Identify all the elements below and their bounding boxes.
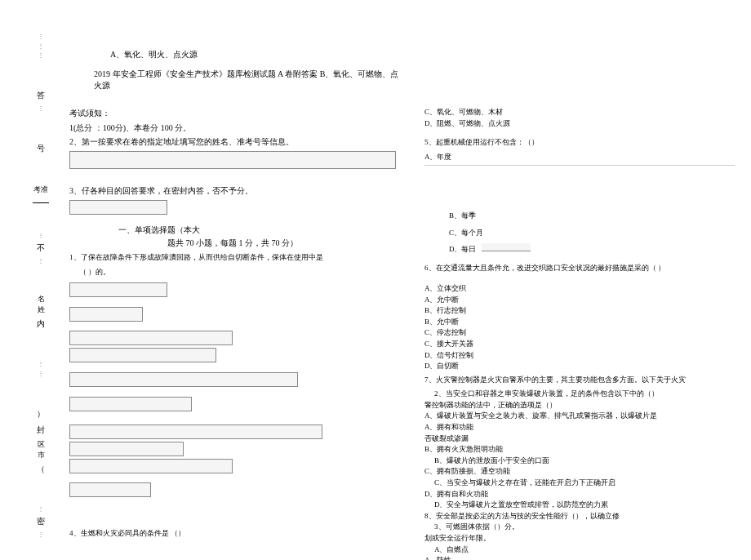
option-c: C、氧化、可燃物、木材 bbox=[424, 107, 735, 118]
option-b2: B、允中断 bbox=[424, 317, 735, 327]
dots: ⋮ bbox=[38, 257, 44, 265]
dots: ⋮ bbox=[38, 232, 44, 240]
question-1-cont: （ ）的。 bbox=[79, 267, 404, 278]
margin-exam-id: 考准 bbox=[33, 184, 48, 195]
option-a-prop: A、防性 bbox=[424, 555, 735, 560]
question-7: 7、火灾警控制器是火灾自警系中的主要，其主要功能包含多方面。以下关于火灾 bbox=[424, 375, 735, 386]
dots: ⋮ bbox=[38, 360, 44, 368]
paren: （ bbox=[37, 462, 45, 477]
notice-line-1: 1(总分 ：100分)、本卷分 100 分。 bbox=[69, 122, 404, 134]
input-box[interactable] bbox=[69, 482, 151, 497]
option-d2: D、安全与爆破片之置放空管或排管，以防范空的力累 bbox=[434, 500, 735, 510]
dots: ⋮ bbox=[38, 51, 44, 60]
input-box[interactable] bbox=[69, 348, 216, 362]
document-title: 2019 年安全工程师《安全生产技术》题库检测试题 A 卷附答案 B、氧化、可燃… bbox=[94, 69, 404, 91]
option-d2: D、自切断 bbox=[424, 361, 735, 371]
text-line: 划或安全运行年限。 bbox=[424, 533, 735, 544]
input-box[interactable] bbox=[69, 397, 192, 411]
paren: ） bbox=[37, 407, 45, 421]
input-box[interactable] bbox=[69, 372, 298, 387]
question-7-cont: 警控制器功能的法中，正确的选项是（） bbox=[424, 400, 735, 411]
option-c: C、每个月 bbox=[449, 228, 735, 238]
right-column: C、氧化、可燃物、木材 D、阻燃、可燃物、点火源 5、起重机械使用运行不包含：（… bbox=[424, 106, 735, 560]
margin-secret: 密 bbox=[37, 514, 45, 529]
input-box[interactable] bbox=[69, 442, 184, 456]
input-box[interactable] bbox=[69, 331, 233, 345]
dots: ⋮ bbox=[38, 104, 44, 113]
margin-answer: 答 bbox=[37, 88, 45, 103]
section-title: 一、单项选择题（本大 bbox=[118, 224, 404, 236]
dots: ⋮ bbox=[38, 370, 44, 378]
notice-line-3: 3、仔各种目的回答要求，在密封内答，否不予分。 bbox=[69, 184, 404, 197]
dots: ⋮ bbox=[38, 33, 44, 41]
option-b: B、行志控制 bbox=[424, 305, 735, 316]
option-c: C、拥有防接损、通空功能 bbox=[424, 466, 735, 477]
input-box[interactable] bbox=[69, 307, 143, 322]
option-b2: B、爆破片的泄放面小于安全的口面 bbox=[434, 456, 735, 466]
dots: ⋮ bbox=[38, 531, 44, 539]
question-5: 5、起重机械使用运行不包含：（） bbox=[424, 137, 735, 149]
question-8: 8、安全部是按必定的方法与技的安全性能行（），以确立修 bbox=[424, 511, 735, 522]
question-2-embedded: 2、当安全口和容器之串安装爆破片装置，足的条件包含以下中的（） bbox=[434, 389, 735, 399]
input-box[interactable] bbox=[482, 243, 531, 251]
option-a: A、爆破片装置与安全之装力表、旋塞、排气孔或警指示器，以爆破片是 bbox=[424, 411, 735, 421]
section-subtitle: 题共 70 小题，每题 1 分，共 70 分） bbox=[167, 238, 404, 249]
left-column: A、氧化、明火、点火源 2019 年安全工程师《安全生产技术》题库检测试题 A … bbox=[69, 49, 404, 543]
question-3-embedded: 3、可燃固体依据（）分。 bbox=[434, 522, 735, 532]
dots: ⋮ bbox=[38, 505, 44, 513]
option-b: B、每季 bbox=[449, 211, 735, 221]
option-c: C、停志控制 bbox=[424, 327, 735, 338]
input-box[interactable] bbox=[69, 459, 233, 473]
notice-title: 考试须知： bbox=[69, 108, 404, 119]
option-c2: C、接大开关器 bbox=[424, 339, 735, 349]
input-box[interactable] bbox=[69, 151, 396, 169]
option-d: D、阻燃、可燃物、点火源 bbox=[424, 118, 735, 129]
option-b: B、拥有火灾急照明功能 bbox=[424, 444, 735, 455]
option-c2: C、当安全与爆破片之存在背，还能在开启力下正确开启 bbox=[434, 478, 735, 488]
option-a: A、年度 bbox=[424, 152, 735, 162]
margin-seal: 封 bbox=[37, 423, 45, 438]
question-1: 1、了保在故障条件下形成故障潰回路，从而供给自切断条件，保体在使用中是 bbox=[69, 252, 404, 264]
option-a2: A、拥有和功能 bbox=[424, 422, 735, 433]
dots: ⋮ bbox=[38, 42, 44, 51]
input-box[interactable] bbox=[69, 200, 167, 215]
header-option-a: A、氧化、明火、点火源 bbox=[110, 49, 404, 60]
input-box[interactable] bbox=[69, 424, 322, 439]
option-d: D、每日 bbox=[449, 245, 477, 253]
margin-number: 号 bbox=[37, 141, 45, 156]
notice-line-2: 2、第一按要求在卷的指定地址填写您的姓名、准考号等信息。 bbox=[69, 136, 404, 148]
option-a: A、立体交织 bbox=[424, 283, 735, 294]
question-4: 4、生燃和火灾必同具的条件是 （） bbox=[69, 528, 404, 540]
option-a2: A、允中断 bbox=[424, 295, 735, 305]
question-6: 6、在交通流量大且条件允，改进交织路口安全状况的最好措施是采的（ ） bbox=[424, 263, 735, 274]
option-a3: 否破裂或渗漏 bbox=[424, 433, 735, 444]
input-box[interactable] bbox=[69, 282, 167, 297]
option-a-burn: A、自燃点 bbox=[434, 544, 735, 555]
option-d: D、信号灯控制 bbox=[424, 350, 735, 361]
option-d: D、拥有自和火功能 bbox=[424, 489, 735, 500]
margin-not: 不 bbox=[37, 241, 45, 256]
margin-inside: 内 bbox=[37, 317, 45, 331]
binding-margin: ⋮ ⋮ ⋮ 答 ⋮ 号 考准 ⋮ 不 ⋮ 名姓 内 ⋮ ⋮ ） 封 区市 （ ⋮… bbox=[24, 33, 57, 539]
